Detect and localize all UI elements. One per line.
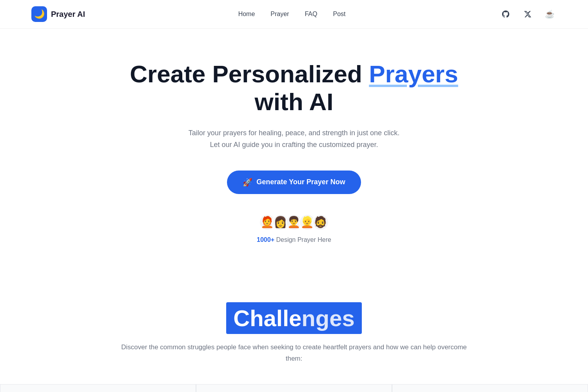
nav-link-prayer[interactable]: Prayer — [270, 11, 289, 17]
challenge-card-3: ✕ Limited Time and Focus — [392, 384, 588, 392]
logo-icon: 🌙 — [31, 6, 47, 22]
github-icon[interactable] — [499, 7, 513, 21]
navbar: 🌙 Prayer AI Home Prayer FAQ Post ☕ — [0, 0, 588, 29]
nav-item-prayer[interactable]: Prayer — [270, 11, 289, 18]
generate-prayer-button[interactable]: 🚀 Generate Your Prayer Now — [227, 171, 361, 194]
avatar-5: 🧔 — [312, 214, 329, 231]
nav-links: Home Prayer FAQ Post — [238, 11, 346, 18]
challenges-title: Challenges — [226, 302, 361, 334]
challenges-section: Challenges Discover the common struggles… — [0, 294, 588, 392]
hero-section: Create Personalized Prayers with AI Tail… — [0, 29, 588, 294]
challenge-card-2: ? Need for Guidance and Comfort — [196, 384, 392, 392]
hero-title-highlight: Prayers — [369, 60, 458, 87]
challenge-cards-row: ! Difficulty Finding the Right Words ? N… — [0, 384, 588, 392]
hero-title: Create Personalized Prayers with AI — [118, 60, 470, 116]
nav-link-post[interactable]: Post — [333, 11, 345, 17]
logo[interactable]: 🌙 Prayer AI — [31, 6, 85, 22]
coffee-icon[interactable]: ☕ — [543, 7, 557, 21]
challenges-title-wrapper: Challenges — [31, 302, 557, 334]
logo-text: Prayer AI — [51, 10, 85, 19]
rocket-icon: 🚀 — [243, 178, 252, 187]
challenges-subtitle: Discover the common struggles people fac… — [118, 342, 470, 365]
hero-subtitle: Tailor your prayers for healing, peace, … — [184, 127, 404, 151]
nav-icon-group: ☕ — [499, 7, 557, 21]
nav-item-home[interactable]: Home — [238, 11, 255, 18]
avatar-group: 🧑‍🦰 👩 🧑‍🦱 👱 🧔 — [259, 214, 329, 231]
nav-item-post[interactable]: Post — [333, 11, 345, 18]
challenge-card-1: ! Difficulty Finding the Right Words — [0, 384, 196, 392]
nav-link-faq[interactable]: FAQ — [305, 11, 317, 17]
nav-item-faq[interactable]: FAQ — [305, 11, 317, 18]
social-proof-text: 1000+ Design Prayer Here — [257, 236, 331, 243]
social-proof-count: 1000+ — [257, 236, 274, 243]
social-proof: 🧑‍🦰 👩 🧑‍🦱 👱 🧔 1000+ Design Prayer Here — [257, 214, 331, 243]
nav-link-home[interactable]: Home — [238, 11, 255, 17]
twitter-x-icon[interactable] — [521, 7, 535, 21]
